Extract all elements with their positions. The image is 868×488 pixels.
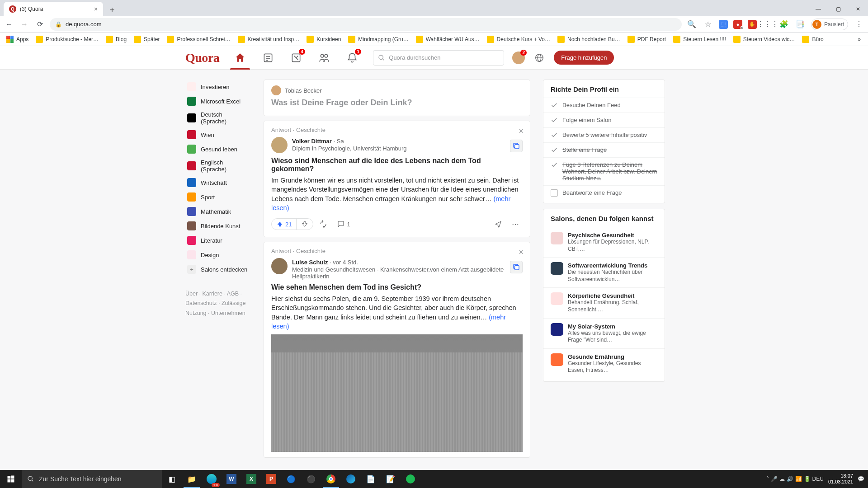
topic-item[interactable]: Wirtschaft: [185, 175, 251, 190]
post-meta[interactable]: Antwort · Geschichte: [271, 248, 523, 254]
notepad-icon[interactable]: 📝: [381, 470, 401, 488]
topic-item[interactable]: Wien: [185, 127, 251, 142]
new-tab-button[interactable]: +: [106, 4, 118, 16]
space-item[interactable]: Körperliche GesundheitBehandelt Ernährun…: [543, 287, 665, 318]
post-title[interactable]: Wieso sind Menschen auf die Idee des Leb…: [271, 157, 523, 173]
tab-close-icon[interactable]: ×: [94, 5, 98, 13]
dismiss-post-icon[interactable]: ×: [519, 248, 524, 257]
tray-volume-icon[interactable]: 🔊: [787, 476, 793, 482]
author-name[interactable]: Volker Dittmar: [292, 138, 332, 145]
bookmark-item[interactable]: PDF Report: [625, 34, 669, 45]
profile-button[interactable]: T Pausiert: [811, 19, 848, 30]
space-item[interactable]: Psychische GesundheitLösungen für Depres…: [543, 227, 665, 257]
tray-language[interactable]: DEU: [812, 476, 824, 482]
bookmark-star-icon[interactable]: ☆: [703, 19, 713, 30]
excel-icon[interactable]: X: [241, 470, 261, 488]
start-button[interactable]: [0, 470, 22, 488]
apps-bookmark[interactable]: Apps: [4, 34, 31, 45]
spotify-icon[interactable]: [401, 470, 420, 488]
notifications-icon[interactable]: 💬: [858, 476, 864, 482]
taskbar-clock[interactable]: 18:07 01.03.2021: [826, 473, 856, 484]
maximize-button[interactable]: ▢: [828, 2, 848, 16]
nav-answer[interactable]: 4: [283, 47, 309, 69]
powerpoint-icon[interactable]: P: [261, 470, 281, 488]
comment-button[interactable]: 1: [333, 220, 354, 228]
chrome-icon[interactable]: [321, 470, 341, 488]
more-options-icon[interactable]: ⋯: [508, 217, 523, 231]
tray-mic-icon[interactable]: 🎤: [771, 476, 778, 482]
topic-item[interactable]: Mathematik: [185, 204, 251, 219]
space-item[interactable]: Gesunde ErnährungGesunder Lifestyle, Ges…: [543, 348, 665, 379]
menu-icon[interactable]: ⋮: [854, 19, 864, 30]
topic-item[interactable]: Design: [185, 248, 251, 262]
adblock-icon[interactable]: ✋: [748, 20, 757, 29]
downvote-button[interactable]: [297, 219, 313, 230]
translate-icon[interactable]: [510, 140, 523, 152]
word-icon[interactable]: W: [222, 470, 241, 488]
ask-question-button[interactable]: Frage hinzufügen: [554, 51, 614, 65]
bookmark-item[interactable]: Mindmapping (Gru…: [345, 34, 411, 45]
language-icon[interactable]: [533, 52, 546, 64]
space-item[interactable]: My Solar-SystemAlles was uns bewegt, die…: [543, 318, 665, 348]
discover-spaces[interactable]: + Salons entdecken: [185, 262, 251, 277]
topic-item[interactable]: Bildende Kunst: [185, 219, 251, 233]
bookmark-item[interactable]: Blog: [103, 34, 129, 45]
back-button[interactable]: ←: [4, 19, 14, 30]
tray-wifi-icon[interactable]: 📶: [795, 476, 802, 482]
taskbar-search[interactable]: Zur Suche Text hier eingeben: [22, 470, 162, 488]
minimize-button[interactable]: —: [808, 2, 828, 16]
checklist-item[interactable]: Bewerte 5 weitere Inhalte positiv: [543, 127, 665, 142]
topic-item[interactable]: Englisch (Sprache): [185, 156, 251, 175]
upvote-button[interactable]: 21: [272, 219, 297, 230]
nav-following[interactable]: [255, 47, 281, 69]
bookmark-item[interactable]: Professionell Schrei…: [164, 34, 233, 45]
nav-notifications[interactable]: 1: [340, 47, 365, 69]
topic-item[interactable]: Deutsch (Sprache): [185, 108, 251, 127]
author-avatar[interactable]: [271, 137, 288, 153]
bookmarks-overflow-icon[interactable]: »: [854, 36, 864, 42]
search-input[interactable]: Quora durchsuchen: [373, 50, 504, 66]
post-meta[interactable]: Antwort · Geschichte: [271, 127, 523, 133]
topic-item[interactable]: Gesund leben: [185, 142, 251, 156]
footer-links[interactable]: Über · Karriere · AGB · Datenschutz · Zu…: [185, 289, 251, 318]
topic-item[interactable]: Investieren: [185, 80, 251, 94]
topic-item[interactable]: Sport: [185, 190, 251, 204]
tray-expand-icon[interactable]: ˄: [766, 476, 769, 482]
bookmark-item[interactable]: Deutsche Kurs + Vo…: [484, 34, 553, 45]
bookmark-item[interactable]: Noch hochladen Bu…: [555, 34, 623, 45]
apps-icon[interactable]: ⋮⋮⋮: [762, 19, 773, 30]
nav-home[interactable]: [227, 47, 253, 69]
reading-list-icon[interactable]: 📑: [795, 19, 806, 30]
checklist-item[interactable]: Folge einem Salon: [543, 113, 665, 127]
checklist-item[interactable]: Stelle eine Frage: [543, 142, 665, 157]
app-icon[interactable]: 🔵: [281, 470, 301, 488]
checklist-item[interactable]: Beantworte eine Frage: [543, 185, 665, 200]
author-name[interactable]: Luise Schulz: [292, 259, 328, 266]
space-item[interactable]: Softwareentwicklung TrendsDie neuesten N…: [543, 257, 665, 287]
forward-button[interactable]: →: [19, 19, 30, 30]
browser-tab[interactable]: Q (3) Quora ×: [4, 2, 103, 16]
tray-onedrive-icon[interactable]: ☁: [779, 476, 785, 482]
checklist-item[interactable]: Besuche Deinen Feed: [543, 98, 665, 113]
topic-item[interactable]: Literatur: [185, 233, 251, 248]
close-window-button[interactable]: ✕: [848, 2, 868, 16]
topic-item[interactable]: Microsoft Excel: [185, 94, 251, 108]
zoom-icon[interactable]: 🔍: [686, 19, 697, 30]
translate-icon[interactable]: [510, 261, 523, 273]
author-avatar[interactable]: [271, 258, 288, 274]
checklist-item[interactable]: Füge 3 Referenzen zu Deinem Wohnort, Dei…: [543, 157, 665, 185]
nav-spaces[interactable]: [311, 47, 337, 69]
bookmark-item[interactable]: Wahlfächer WU Aus…: [413, 34, 482, 45]
edge-new-icon[interactable]: [341, 470, 361, 488]
extension-icon[interactable]: ●6: [733, 20, 742, 29]
post-image[interactable]: [271, 334, 523, 452]
bookmark-item[interactable]: Büro: [799, 34, 826, 45]
app-icon[interactable]: 📄: [361, 470, 381, 488]
url-input[interactable]: 🔒 de.quora.com: [50, 18, 682, 31]
task-view-icon[interactable]: ◧: [162, 470, 182, 488]
share-button[interactable]: [491, 217, 505, 231]
dismiss-post-icon[interactable]: ×: [519, 127, 524, 136]
reshare-button[interactable]: [316, 217, 330, 231]
edge-icon[interactable]: 99+: [202, 470, 222, 488]
extensions-icon[interactable]: 🧩: [778, 19, 789, 30]
